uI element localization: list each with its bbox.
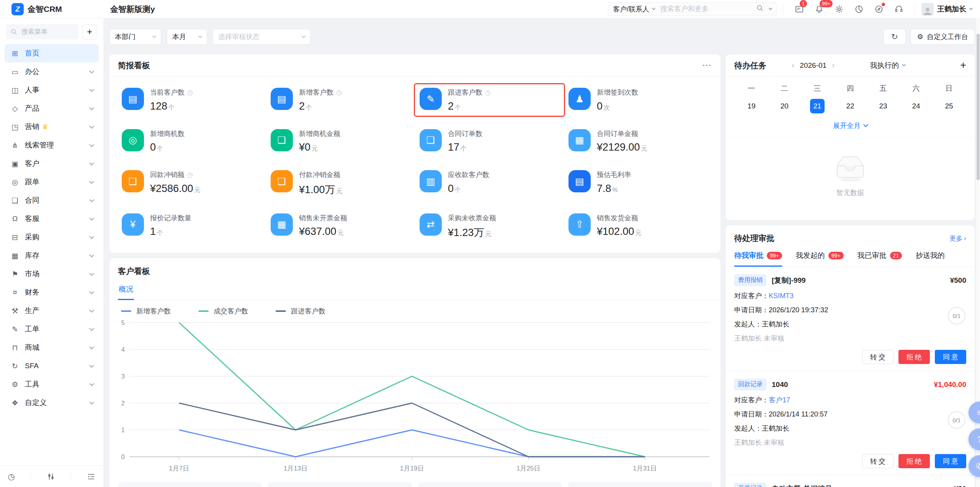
customer-link[interactable]: KSIMT3 (769, 292, 794, 300)
settings-gear-icon[interactable] (833, 3, 845, 15)
compass-icon[interactable] (873, 3, 885, 15)
filter-sliders-icon[interactable] (47, 472, 55, 481)
prev-month-icon[interactable]: ‹ (792, 61, 794, 70)
search-icon[interactable] (756, 4, 764, 14)
chevron-down-icon[interactable] (769, 7, 773, 10)
sidebar-item-tools[interactable]: ⚙工具 (5, 375, 99, 394)
global-search-input[interactable] (660, 5, 751, 13)
analytics-pie-icon[interactable] (853, 3, 865, 15)
stat-card[interactable]: ▥应收款客户数0个 (415, 167, 564, 200)
stat-card[interactable]: ▦销售未开票金额¥637.00元 (266, 210, 415, 243)
messages-icon[interactable]: 1 (794, 3, 805, 15)
calendar-date[interactable]: 24 (900, 97, 933, 115)
sfa-icon: ↻ (10, 362, 20, 371)
user-menu[interactable]: 王鹤加长 (921, 3, 972, 15)
stat-card[interactable]: ⇧销售发货金额¥102.00元 (564, 210, 713, 243)
custom-workbench-button[interactable]: ⚙ 自定义工作台 (911, 29, 975, 44)
sidebar-item-marketing[interactable]: ◳营销♛ (5, 118, 99, 136)
legend-item-跟进客户数[interactable]: 跟进客户数 (276, 307, 325, 316)
sidebar-item-market[interactable]: ⚑市场 (5, 265, 99, 283)
sidebar-item-mall[interactable]: ⊓商城 (5, 338, 99, 357)
sidebar-item-home[interactable]: ⊞首页 (5, 44, 99, 62)
stat-card[interactable]: ▤当前客户数◷128个 (117, 84, 266, 116)
legend-item-成交客户数[interactable]: 成交客户数 (198, 307, 248, 316)
notifications-bell-icon[interactable]: 99+ (813, 3, 825, 15)
legend-label: 成交客户数 (214, 307, 248, 316)
approvals-tab-抄送我的[interactable]: 抄送我的 (916, 251, 945, 267)
calendar-date[interactable]: 23 (867, 97, 900, 115)
sidebar-item-production[interactable]: ⚒生产 (5, 302, 99, 320)
reject-button[interactable]: 拒绝 (898, 350, 930, 364)
scrollbar-thumb[interactable] (977, 34, 980, 180)
sidebar-item-hr[interactable]: ◫人事 (5, 81, 99, 99)
tab-overview[interactable]: 概况 (118, 281, 134, 300)
sidebar-item-customer[interactable]: ▣客户 (5, 154, 99, 173)
next-month-icon[interactable]: › (832, 61, 835, 70)
stat-card[interactable]: ✎跟进客户数◷2个 (415, 84, 564, 116)
add-task-button[interactable]: + (960, 60, 966, 71)
collapse-menu-icon[interactable] (87, 472, 95, 481)
stat-card[interactable]: ▦合同订单金额¥2129.00元 (564, 126, 713, 157)
hr-icon: ◫ (10, 86, 20, 95)
menu-search-input[interactable] (21, 28, 67, 36)
sidebar-item-sfa[interactable]: ↻SFA (5, 357, 99, 375)
approval-title-row[interactable]: 费用报销[复制]-999¥500 (734, 274, 966, 286)
calendar-date[interactable]: 20 (768, 97, 801, 115)
stat-card[interactable]: ▤新增客户数◷2个 (266, 84, 415, 116)
expand-month-link[interactable]: 展开全月 (726, 115, 975, 138)
sidebar-item-workorder[interactable]: ✎工单 (5, 320, 99, 338)
sidebar-item-purchase[interactable]: ⊟采购 (5, 228, 99, 246)
transfer-button[interactable]: 转交 (862, 350, 893, 364)
stat-card[interactable]: ▤预估毛利率7.8% (564, 167, 713, 200)
stat-card[interactable]: ♟新增签到次数0次 (564, 84, 713, 116)
sidebar-item-office[interactable]: ▭办公 (5, 62, 99, 81)
stat-card[interactable]: ❏付款冲销金额¥1.00万元 (266, 167, 415, 200)
calendar-date[interactable]: 19 (735, 97, 768, 115)
customer-link[interactable]: 客户17 (769, 396, 790, 404)
help-float-icon[interactable]: ? (969, 428, 980, 450)
calendar-date[interactable]: 25 (933, 97, 965, 115)
approve-button[interactable]: 同意 (935, 350, 966, 364)
more-options-icon[interactable]: ⋯ (702, 62, 712, 68)
calendar-date[interactable]: 21 (801, 97, 834, 115)
history-clock-icon[interactable]: ◷ (8, 472, 15, 481)
list-float-icon[interactable]: ≡ (969, 402, 980, 423)
headset-support-icon[interactable] (893, 3, 905, 15)
stat-card[interactable]: ❏新增商机金额¥0元 (266, 126, 415, 157)
department-select[interactable]: 本部门 (109, 29, 161, 44)
home-icon: ⊞ (10, 49, 20, 58)
sidebar-item-inventory[interactable]: ▦库存 (5, 246, 99, 265)
stat-label-text: 新增商机数 (150, 130, 185, 138)
approval-title-row[interactable]: 回款记录1040¥1,040.00 (734, 379, 966, 390)
sidebar-item-product[interactable]: ◇产品 (5, 99, 99, 118)
approvals-more-link[interactable]: 更多 › (949, 234, 966, 243)
add-menu-button[interactable]: + (82, 24, 97, 39)
stat-card[interactable]: ❏合同订单数17个 (415, 126, 564, 157)
approvals-tab-我已审批[interactable]: 我已审批21 (858, 251, 902, 267)
search-category-select[interactable]: 客户/联系人 (608, 5, 660, 14)
period-select[interactable]: 本月 (167, 29, 207, 44)
sidebar-item-custom[interactable]: ❖自定义 (5, 394, 99, 412)
stat-card[interactable]: ◎新增商机数0个 (117, 126, 266, 157)
todo-executor-select[interactable]: 我执行的 (870, 61, 905, 71)
reject-button[interactable]: 拒绝 (898, 454, 930, 468)
audit-status-select[interactable]: 选择审核状态 (213, 29, 310, 44)
sidebar-item-contract[interactable]: ❏合同 (5, 191, 99, 210)
sidebar-item-finance[interactable]: ¤财务 (5, 283, 99, 302)
refresh-button[interactable]: ↻ (884, 29, 906, 44)
sidebar-item-service[interactable]: Ω客服 (5, 210, 99, 228)
approvals-tab-我发起的[interactable]: 我发起的99+ (796, 251, 844, 267)
sidebar-item-follow[interactable]: ◎跟单 (5, 173, 99, 191)
sidebar-item-leads[interactable]: ⋔线索管理 (5, 136, 99, 154)
transfer-button[interactable]: 转交 (862, 454, 893, 468)
approval-title-row[interactable]: 开票记录自动主题-单据编号¥80 (734, 483, 966, 487)
phone-float-icon[interactable]: ✆ (969, 455, 980, 477)
legend-item-新增客户数[interactable]: 新增客户数 (121, 307, 171, 316)
stat-card[interactable]: ❏回款冲销额◷¥2586.00元 (117, 167, 266, 200)
approvals-tab-待我审批[interactable]: 待我审批99+ (734, 251, 782, 267)
calendar-date[interactable]: 22 (834, 97, 867, 115)
stat-card[interactable]: ¥报价记录数量1个 (117, 210, 266, 243)
notifications-badge: 99+ (820, 0, 833, 7)
approve-button[interactable]: 同意 (935, 454, 966, 468)
stat-card[interactable]: ⇄采购未收票金额¥1.23万元 (415, 210, 564, 243)
